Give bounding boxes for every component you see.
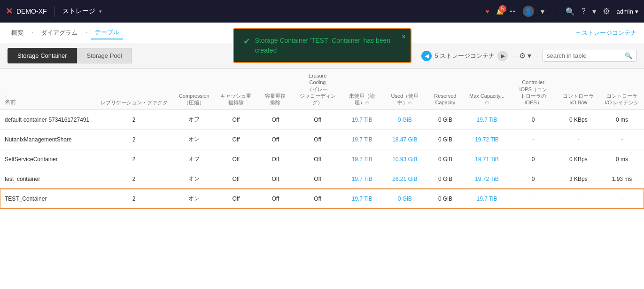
search-input[interactable]: [547, 52, 622, 59]
notification-count: 5: [499, 5, 506, 13]
header-compression[interactable]: Compression（圧縮）: [173, 69, 216, 110]
nav-link-diagram[interactable]: ダイアグラム: [37, 27, 81, 39]
header-erasure-coding[interactable]: ErasureCoding（イレージャコーディング）: [295, 69, 341, 110]
table-row[interactable]: default-container-57341617274912オフOffOff…: [0, 110, 644, 130]
header-replication[interactable]: レプリケーション・ファクタ: [95, 69, 173, 110]
header-name[interactable]: ↕ 名前: [0, 69, 95, 110]
check-icon: ✔: [243, 36, 250, 47]
header-cache-dedup[interactable]: キャッシュ重複排除: [216, 69, 256, 110]
add-storage-container-button[interactable]: + ストレージコンテナ: [576, 29, 636, 37]
app-title: DEMO-XF: [16, 8, 47, 15]
table-row[interactable]: TEST_Container2オンOffOffOff19.7 TiB0 GiB0…: [0, 189, 644, 209]
nav-separator2: ・: [83, 29, 89, 37]
nav-separator1: ・: [29, 29, 35, 37]
tab-right-controls: ◀ 5 ストレージコンテナ ▶ · ⚙ ▾ · 🔍: [421, 50, 636, 62]
table-row[interactable]: SelfServiceContainer2オフOffOffOff19.7 TiB…: [0, 149, 644, 169]
search-icon[interactable]: 🔍: [566, 7, 575, 16]
page-count-label: 5 ストレージコンテナ: [435, 52, 495, 60]
gear-icon[interactable]: ⚙: [603, 6, 610, 16]
top-navigation: ✕ DEMO-XF ストレージ ▾ ♥ 🔔 5 •• 👤 ▾ 🔍 ? ▾ ⚙ a…: [0, 0, 644, 23]
next-page-button[interactable]: ▶: [497, 51, 508, 61]
help-icon[interactable]: ?: [582, 7, 586, 16]
sub-nav-links: 概要 ・ ダイアグラム ・ テーブル: [8, 26, 123, 39]
nav-icons-group: ♥ 🔔 5 •• 👤 ▾ 🔍 ? ▾ ⚙ admin ▾: [486, 6, 638, 17]
tab-storage-container[interactable]: Storage Container: [8, 48, 77, 63]
tab-storage-pool[interactable]: Storage Pool: [77, 48, 132, 63]
table-row[interactable]: test_container2オンOffOffOff19.7 TiB26.21 …: [0, 169, 644, 189]
nav-divider: [54, 6, 55, 17]
bell-badge[interactable]: 🔔 5: [496, 8, 504, 15]
pagination-controls: ◀ 5 ストレージコンテナ ▶: [421, 51, 508, 61]
table-settings-button[interactable]: ⚙ ▾: [519, 51, 531, 60]
table-row[interactable]: NutanixManagementShare2オンOffOffOff19.7 T…: [0, 130, 644, 149]
toast-message: Storage Container 'TEST_Container' has b…: [255, 36, 391, 55]
heart-icon[interactable]: ♥: [486, 8, 489, 15]
storage-dropdown-arrow[interactable]: ▾: [99, 8, 102, 15]
help-dropdown-arrow[interactable]: ▾: [592, 7, 596, 16]
header-controller-latency[interactable]: コントローラI/O レイテンシ: [600, 69, 644, 110]
table-dot-separator2: ·: [536, 52, 538, 59]
nav-divider2: [555, 6, 555, 17]
header-reserved-capacity[interactable]: ReservedCapacity: [426, 69, 464, 110]
user-avatar-icon[interactable]: 👤: [523, 6, 534, 17]
nav-link-overview[interactable]: 概要: [8, 27, 27, 39]
header-dedup[interactable]: 容量重複排除: [256, 69, 295, 110]
toast-close-button[interactable]: ×: [402, 33, 405, 40]
header-used[interactable]: Used（使用中）⊙: [383, 69, 426, 110]
table-header-row: ↕ 名前 レプリケーション・ファクタ Compression（圧縮）: [0, 69, 644, 110]
nav-link-table[interactable]: テーブル: [91, 26, 123, 39]
more-dots-icon[interactable]: ••: [510, 8, 516, 15]
nav-dropdown-arrow2[interactable]: ▾: [541, 7, 544, 16]
search-box[interactable]: 🔍: [543, 50, 636, 62]
table-body: default-container-57341617274912オフOffOff…: [0, 110, 644, 209]
header-controller-bw[interactable]: コントローラI/O B/W: [557, 69, 600, 110]
storage-container-table: ↕ 名前 レプリケーション・ファクタ Compression（圧縮）: [0, 69, 644, 209]
prev-page-button[interactable]: ◀: [421, 51, 432, 61]
table-dot-separator: ·: [512, 52, 514, 59]
header-unused[interactable]: 未使用（論理）⊙: [341, 69, 383, 110]
success-toast: ✔ Storage Container 'TEST_Container' has…: [233, 28, 411, 63]
close-icon[interactable]: ✕: [6, 6, 13, 16]
header-controller-iops[interactable]: ControllerIOPS（コントローラのIOPS）: [510, 69, 557, 110]
toast-overlay: ✔ Storage Container 'TEST_Container' has…: [233, 28, 411, 63]
data-table: ↕ 名前 レプリケーション・ファクタ Compression（圧縮）: [0, 69, 644, 209]
storage-menu-label[interactable]: ストレージ: [62, 7, 95, 16]
search-submit-icon[interactable]: 🔍: [625, 52, 632, 59]
sort-icon: ↕: [5, 93, 7, 99]
header-max-capacity[interactable]: Max Capacity...⊙: [464, 69, 509, 110]
user-label[interactable]: admin ▾: [617, 8, 638, 15]
